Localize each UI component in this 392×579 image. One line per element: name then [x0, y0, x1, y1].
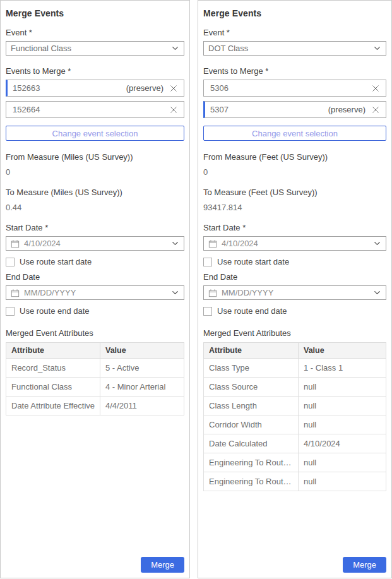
- start-date-value: 4/10/2024: [222, 239, 369, 248]
- attribute-cell: Engineering To RouteID: [204, 453, 299, 472]
- table-row: Class Sourcenull: [204, 378, 386, 397]
- event-id-value: 5307: [210, 105, 328, 114]
- value-cell: null: [299, 397, 386, 415]
- event-select[interactable]: DOT Class: [203, 41, 386, 56]
- event-select-value: DOT Class: [208, 44, 373, 53]
- table-row: Class Lengthnull: [204, 397, 386, 415]
- use-route-start-date-label: Use route start date: [20, 257, 92, 266]
- table-row: Date Calculated4/10/2024: [204, 434, 386, 453]
- checkbox-unchecked[interactable]: [6, 258, 15, 266]
- attribute-cell: Class Length: [204, 397, 299, 415]
- value-cell: 5 - Active: [100, 359, 184, 378]
- table-header-row: Attribute Value: [204, 343, 386, 359]
- to-measure-label: To Measure (Feet (US Survey)): [203, 188, 386, 197]
- events-to-merge-label: Events to Merge *: [6, 66, 184, 76]
- end-date-placeholder: MM/DD/YYYY: [222, 288, 369, 297]
- remove-event-icon[interactable]: [371, 105, 381, 115]
- attribute-cell: Date Calculated: [204, 434, 299, 453]
- value-cell: 4/4/2011: [100, 397, 184, 415]
- table-row: Engineering To RouteIDnull: [204, 453, 386, 472]
- event-label: Event *: [203, 28, 386, 37]
- remove-event-icon[interactable]: [371, 83, 381, 93]
- value-cell: 4 - Minor Arterial: [100, 378, 184, 397]
- merge-events-panel-right: Merge Events Event * DOT Class Events to…: [198, 0, 392, 578]
- use-route-start-date-checkbox-row[interactable]: Use route start date: [203, 257, 386, 266]
- end-date-placeholder: MM/DD/YYYY: [24, 288, 167, 297]
- checkbox-unchecked[interactable]: [6, 307, 15, 316]
- chevron-down-icon: [373, 289, 381, 297]
- from-measure-label: From Measure (Miles (US Survey)): [6, 152, 184, 162]
- table-header-row: Attribute Value: [6, 343, 184, 359]
- checkbox-unchecked[interactable]: [203, 307, 212, 316]
- remove-event-icon[interactable]: [169, 105, 179, 115]
- attribute-column-header: Attribute: [6, 343, 100, 359]
- to-measure-value: 0.44: [6, 203, 184, 212]
- attribute-cell: Engineering To Route ...: [204, 472, 299, 491]
- table-row: Date Attribute Effective4/4/2011: [6, 397, 184, 415]
- start-date-picker[interactable]: 4/10/2024: [203, 236, 386, 251]
- start-date-value: 4/10/2024: [24, 239, 167, 248]
- from-measure-label: From Measure (Feet (US Survey)): [203, 152, 386, 162]
- merged-attributes-table: Attribute Value Class Type1 - Class 1Cla…: [203, 342, 386, 491]
- to-measure-value: 93417.814: [203, 203, 386, 212]
- merge-button[interactable]: Merge: [141, 557, 184, 573]
- panel-footer: Merge: [203, 557, 386, 574]
- event-id-value: 152663: [13, 83, 126, 93]
- table-row: Class Type1 - Class 1: [204, 359, 386, 378]
- value-cell: null: [299, 472, 386, 491]
- merge-events-workspace: Merge Events Event * Functional Class Ev…: [0, 0, 392, 579]
- attribute-cell: Corridor Width: [204, 415, 299, 434]
- chevron-down-icon: [373, 44, 381, 52]
- attribute-cell: Functional Class: [6, 378, 100, 397]
- value-cell: null: [299, 378, 386, 397]
- change-event-selection-button[interactable]: Change event selection: [6, 126, 184, 141]
- merged-event-attributes-title: Merged Event Attributes: [6, 328, 184, 338]
- event-to-merge-input[interactable]: 152663 (preserve): [6, 80, 184, 97]
- event-select[interactable]: Functional Class: [6, 41, 184, 56]
- end-date-label: End Date: [6, 272, 184, 282]
- value-cell: 4/10/2024: [299, 434, 386, 453]
- attribute-cell: Class Source: [204, 378, 299, 397]
- value-column-header: Value: [299, 343, 386, 359]
- end-date-label: End Date: [203, 272, 386, 282]
- start-date-label: Start Date *: [6, 223, 184, 232]
- end-date-picker[interactable]: MM/DD/YYYY: [203, 285, 386, 300]
- use-route-end-date-checkbox-row[interactable]: Use route end date: [6, 306, 184, 316]
- event-to-merge-input[interactable]: 5307 (preserve): [203, 101, 386, 118]
- chevron-down-icon: [171, 239, 179, 248]
- events-to-merge-label: Events to Merge *: [203, 66, 386, 76]
- merge-button[interactable]: Merge: [343, 557, 386, 573]
- value-cell: null: [299, 453, 386, 472]
- preserve-tag: (preserve): [328, 105, 365, 114]
- use-route-end-date-label: Use route end date: [20, 306, 90, 316]
- merged-attributes-table: Attribute Value Record_Status5 - ActiveF…: [6, 342, 184, 415]
- checkbox-unchecked[interactable]: [203, 258, 212, 266]
- page-title: Merge Events: [203, 8, 386, 18]
- attribute-cell: Date Attribute Effective: [6, 397, 100, 415]
- chevron-down-icon: [171, 289, 179, 297]
- value-column-header: Value: [100, 343, 184, 359]
- chevron-down-icon: [171, 44, 179, 52]
- calendar-icon: [11, 289, 20, 297]
- start-date-picker[interactable]: 4/10/2024: [6, 236, 184, 251]
- calendar-icon: [11, 239, 20, 248]
- start-date-label: Start Date *: [203, 223, 386, 232]
- merge-events-panel-left: Merge Events Event * Functional Class Ev…: [0, 0, 190, 578]
- merged-event-attributes-title: Merged Event Attributes: [203, 328, 386, 338]
- table-row: Record_Status5 - Active: [6, 359, 184, 378]
- event-label: Event *: [6, 28, 184, 37]
- page-title: Merge Events: [6, 8, 184, 18]
- value-cell: null: [299, 415, 386, 434]
- remove-event-icon[interactable]: [169, 83, 179, 93]
- use-route-end-date-label: Use route end date: [217, 306, 287, 316]
- event-to-merge-input[interactable]: 152664: [6, 101, 184, 118]
- event-to-merge-input[interactable]: 5306: [203, 80, 386, 97]
- end-date-picker[interactable]: MM/DD/YYYY: [6, 285, 184, 300]
- event-id-value: 152664: [13, 105, 163, 114]
- panel-footer: Merge: [6, 557, 184, 574]
- attribute-column-header: Attribute: [204, 343, 299, 359]
- change-event-selection-button[interactable]: Change event selection: [203, 126, 386, 141]
- use-route-start-date-checkbox-row[interactable]: Use route start date: [6, 257, 184, 266]
- use-route-end-date-checkbox-row[interactable]: Use route end date: [203, 306, 386, 316]
- event-id-value: 5306: [210, 83, 365, 93]
